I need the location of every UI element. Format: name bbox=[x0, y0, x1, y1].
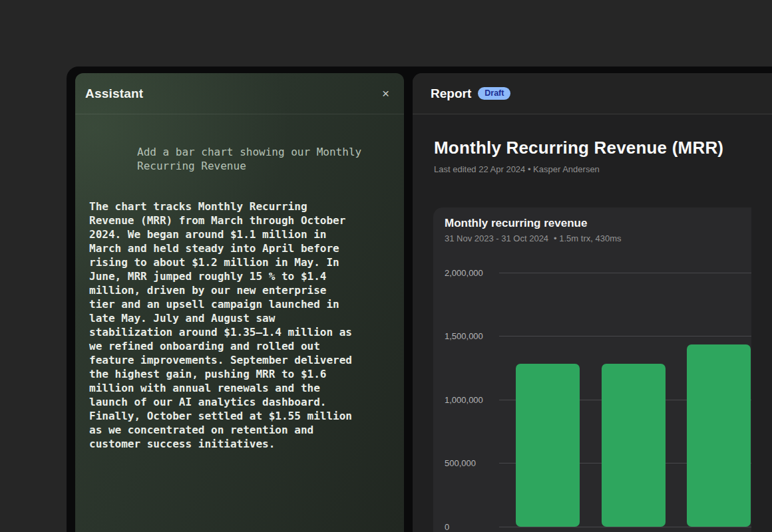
report-panel: Report Draft Monthly Recurring Revenue (… bbox=[413, 73, 772, 532]
y-axis-tick-label: 1,000,000 bbox=[445, 394, 483, 404]
y-axis-tick-label: 0 bbox=[445, 521, 449, 531]
chart-card: Monthly recurring revenue 31 Nov 2023 - … bbox=[433, 207, 751, 532]
user-message: Add a bar chart showing our Monthly Recu… bbox=[137, 145, 390, 173]
report-body: Monthly Recurring Revenue (MRR) Last edi… bbox=[413, 114, 772, 532]
report-header: Report Draft bbox=[413, 73, 772, 114]
app-window: Assistant × Add a bar chart showing our … bbox=[67, 66, 772, 532]
bar[interactable] bbox=[602, 364, 666, 527]
bar[interactable] bbox=[687, 344, 751, 527]
chat-messages: Add a bar chart showing our Monthly Recu… bbox=[75, 114, 404, 451]
y-axis-tick-label: 1,500,000 bbox=[445, 331, 483, 341]
last-edited-meta: Last edited 22 Apr 2024 • Kasper Anderse… bbox=[434, 164, 772, 174]
report-panel-title: Report bbox=[431, 86, 471, 101]
bar[interactable] bbox=[516, 364, 580, 527]
status-badge: Draft bbox=[478, 87, 510, 100]
gridline bbox=[499, 273, 751, 273]
assistant-message: The chart tracks Monthly Recurring Reven… bbox=[89, 200, 390, 451]
assistant-panel: Assistant × Add a bar chart showing our … bbox=[75, 73, 404, 532]
gridline bbox=[499, 336, 751, 336]
assistant-panel-title: Assistant bbox=[85, 86, 143, 101]
y-axis-tick-label: 2,000,000 bbox=[445, 267, 483, 277]
assistant-header: Assistant × bbox=[75, 73, 404, 114]
y-axis-tick-label: 500,000 bbox=[445, 458, 476, 468]
chart-plot: 2,000,0001,500,0001,000,000500,0000 bbox=[433, 207, 751, 532]
page-title: Monthly Recurring Revenue (MRR) bbox=[434, 138, 772, 158]
close-icon[interactable]: × bbox=[382, 87, 389, 100]
